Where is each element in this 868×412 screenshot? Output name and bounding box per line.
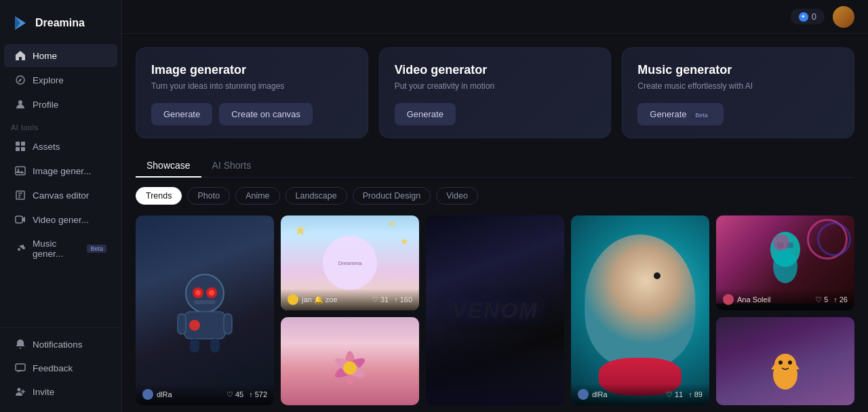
- sidebar-item-canvas[interactable]: Canvas editor: [4, 184, 117, 207]
- cat-illustration: [762, 327, 809, 395]
- bell-icon: [15, 339, 26, 350]
- filter-trends[interactable]: Trends: [136, 187, 182, 205]
- sidebar-item-explore[interactable]: Explore: [4, 68, 117, 91]
- dreamina-watermark: Dreamina: [323, 236, 377, 290]
- credits-badge[interactable]: ✦ 0: [791, 9, 825, 24]
- sidebar-item-feedback[interactable]: Feedback: [4, 356, 117, 379]
- svg-point-15: [195, 290, 201, 295]
- svg-rect-6: [16, 167, 25, 175]
- gallery-item-cyborg[interactable]: Ana Soleil ♡ 5 ↑ 26: [716, 215, 854, 310]
- heart-icon: ♡: [226, 390, 233, 399]
- grid-icon: [15, 141, 26, 152]
- home-icon: [15, 50, 26, 61]
- gallery-item-robot[interactable]: dlRa ♡ 45 ↑ 572: [136, 215, 274, 405]
- image-generator-card: Image generator Turn your ideas into stu…: [136, 47, 368, 138]
- video-gen-generate-button[interactable]: Generate: [395, 103, 456, 125]
- gallery-user-portrait: dlRa: [578, 389, 608, 400]
- showcase-tabs: Showcase AI Shorts: [136, 154, 854, 178]
- views-cyborg: ↑ 26: [833, 295, 848, 304]
- sidebar-item-video-gen[interactable]: Video gener...: [4, 208, 117, 231]
- tab-showcase[interactable]: Showcase: [136, 154, 201, 178]
- sidebar-label-image-gen: Image gener...: [33, 166, 91, 176]
- filter-video[interactable]: Video: [436, 187, 478, 205]
- svg-point-38: [788, 360, 792, 365]
- gallery-item-venom[interactable]: VENOM: [426, 215, 564, 405]
- music-gen-buttons: Generate Beta: [637, 103, 839, 125]
- music-gen-desc: Create music effortlessly with AI: [637, 81, 839, 91]
- image-gen-generate-button[interactable]: Generate: [151, 103, 212, 125]
- user-icon: [15, 99, 26, 110]
- svg-rect-5: [21, 147, 25, 151]
- feedback-icon: [15, 363, 26, 373]
- logo-icon: [11, 14, 30, 33]
- gallery-overlay-portrait: dlRa ♡ 11 ↑ 89: [571, 384, 709, 405]
- flower-illustration: [323, 327, 377, 395]
- views-dreamina: ↑ 160: [394, 295, 412, 304]
- svg-point-12: [186, 274, 224, 312]
- logo[interactable]: Dreamina: [0, 8, 121, 43]
- sidebar-label-music-gen: Music gener...: [33, 239, 77, 259]
- image-gen-canvas-button[interactable]: Create on canvas: [219, 103, 313, 125]
- sidebar-label-invite: Invite: [33, 387, 54, 397]
- sidebar-label-assets: Assets: [33, 142, 60, 152]
- gallery-item-flower[interactable]: [281, 317, 419, 405]
- gallery-overlay-robot: dlRa ♡ 45 ↑ 572: [136, 384, 274, 405]
- venom-text: VENOM: [452, 298, 538, 323]
- sidebar-item-image-gen[interactable]: Image gener...: [4, 159, 117, 182]
- svg-point-19: [189, 320, 200, 331]
- sidebar-item-music-gen[interactable]: Music gener... Beta: [4, 232, 117, 265]
- svg-point-37: [778, 360, 783, 365]
- gallery-item-portrait[interactable]: dlRa ♡ 11 ↑ 89: [571, 215, 709, 405]
- sidebar-item-profile[interactable]: Profile: [4, 93, 117, 116]
- likes-portrait: ♡ 11: [666, 390, 683, 399]
- sidebar-item-invite[interactable]: Invite: [4, 380, 117, 403]
- filter-photo[interactable]: Photo: [187, 187, 230, 205]
- video-gen-desc: Put your creativity in motion: [395, 81, 596, 91]
- gallery-user-robot: dlRa: [142, 389, 172, 400]
- svg-rect-17: [194, 300, 216, 304]
- music-gen-title: Music generator: [637, 63, 839, 77]
- music-icon: [15, 243, 26, 254]
- credits-icon: ✦: [799, 12, 808, 22]
- svg-point-16: [209, 290, 214, 295]
- header: ✦ 0: [122, 0, 868, 34]
- filter-landscape[interactable]: Landscape: [285, 187, 347, 205]
- gallery-stats-robot: ♡ 45 ↑ 572: [226, 390, 267, 399]
- svg-rect-20: [178, 314, 186, 334]
- filter-anime[interactable]: Anime: [235, 187, 279, 205]
- sidebar-label-canvas: Canvas editor: [33, 190, 89, 201]
- svg-point-27: [773, 234, 789, 251]
- sidebar-item-assets[interactable]: Assets: [4, 135, 117, 158]
- sidebar-item-home[interactable]: Home: [4, 44, 117, 67]
- music-gen-generate-button[interactable]: Generate Beta: [637, 103, 723, 125]
- svg-rect-10: [16, 364, 25, 371]
- filter-pills: Trends Photo Anime Landscape Product Des…: [136, 187, 854, 205]
- music-generator-card: Music generator Create music effortlessl…: [622, 47, 854, 138]
- user-avatar-cyborg: [723, 294, 734, 305]
- gallery-grid: dlRa ♡ 45 ↑ 572: [136, 215, 854, 405]
- likes-dreamina: ♡ 31: [372, 295, 389, 304]
- avatar[interactable]: [833, 6, 854, 28]
- music-gen-card-beta: Beta: [692, 111, 711, 119]
- gallery-item-dreamina[interactable]: ★ ★ ★ Dreamina jan 🔔 zoe ♡ 3: [281, 215, 419, 310]
- svg-point-36: [774, 354, 796, 375]
- svg-rect-9: [16, 216, 22, 223]
- user-avatar-robot: [142, 389, 153, 400]
- tab-ai-shorts[interactable]: AI Shorts: [201, 154, 262, 178]
- image-icon: [15, 165, 26, 176]
- views-portrait: ↑ 89: [688, 390, 703, 398]
- sidebar-label-feedback: Feedback: [33, 363, 73, 373]
- image-gen-desc: Turn your ideas into stunning images: [151, 81, 353, 91]
- sidebar-label-video-gen: Video gener...: [33, 215, 89, 225]
- ai-tools-section-label: AI tools: [0, 117, 121, 134]
- sidebar-label-explore: Explore: [33, 75, 64, 85]
- sidebar-label-home: Home: [33, 51, 57, 61]
- header-right: ✦ 0: [791, 6, 854, 28]
- gallery-item-cat[interactable]: [716, 317, 854, 405]
- gallery-overlay-dreamina: jan 🔔 zoe ♡ 31 ↑ 160: [281, 289, 419, 310]
- compass-icon: [15, 75, 26, 85]
- gallery-stats-cyborg: ♡ 5 ↑ 26: [815, 295, 848, 304]
- sidebar-label-notifications: Notifications: [33, 339, 83, 350]
- sidebar-item-notifications[interactable]: Notifications: [4, 333, 117, 356]
- filter-product-design[interactable]: Product Design: [353, 187, 431, 205]
